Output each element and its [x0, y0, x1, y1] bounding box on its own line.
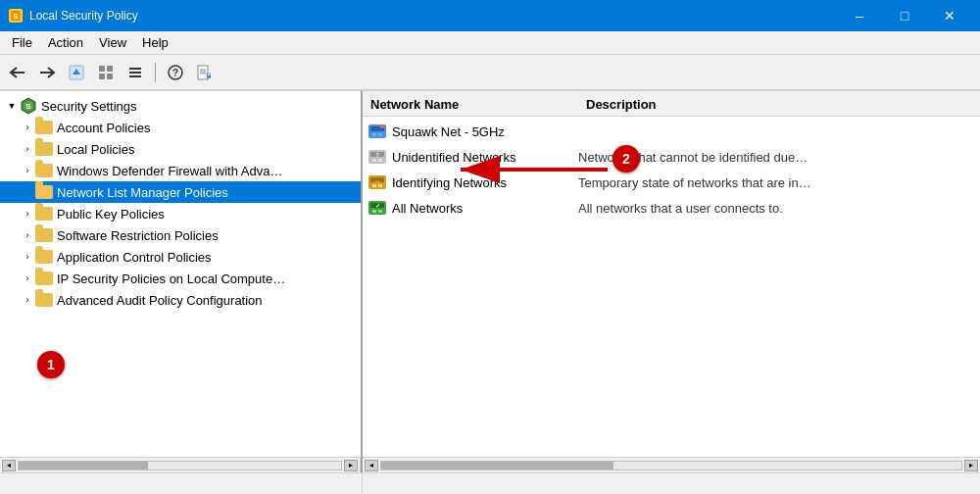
svg-text:✓: ✓ [375, 203, 380, 209]
right-scrollbar[interactable]: ◂ ▸ [363, 457, 980, 472]
all-networks-name: All Networks [392, 201, 578, 216]
list-item-all-networks[interactable]: ✓ All Networks All networks that a user … [363, 195, 980, 221]
main-content: ▼ S Security Settings › [0, 90, 980, 472]
scroll-right-btn[interactable]: ▸ [344, 460, 358, 471]
all-networks-icon: ✓ [367, 197, 388, 219]
help-button[interactable]: ? [162, 59, 189, 86]
annotation-circle-1: 1 [37, 351, 65, 378]
svg-point-27 [380, 124, 384, 128]
list-item-identifying[interactable]: … Identifying Networks Temporary state o… [363, 170, 980, 195]
left-scrollbar[interactable]: ◂ ▸ [0, 457, 361, 472]
scroll-left-btn[interactable]: ◂ [2, 460, 16, 471]
svg-rect-41 [378, 210, 382, 213]
menu-action[interactable]: Action [40, 31, 91, 54]
tree-view: ▼ S Security Settings › [0, 91, 361, 457]
tree-item-advanced-audit[interactable]: › Advanced Audit Policy Configuration [0, 289, 361, 311]
left-scroll-thumb [19, 462, 148, 469]
svg-text:?: ? [172, 68, 178, 78]
advanced-audit-chevron: › [20, 292, 35, 308]
col-header-name: Network Name [363, 95, 578, 114]
tree-item-public-key-label: Public Key Policies [57, 207, 357, 222]
status-bar [0, 472, 980, 494]
account-policies-icon [35, 119, 53, 136]
tree-item-account-policies-label: Account Policies [57, 121, 357, 135]
tree-item-local-policies-label: Local Policies [57, 142, 357, 157]
tree-item-root-label: Security Settings [41, 99, 357, 114]
tree-item-advanced-audit-label: Advanced Audit Policy Configuration [57, 293, 357, 308]
network-list-icon [35, 183, 53, 201]
tree-item-firewall[interactable]: › Windows Defender Firewall with Adva… [0, 160, 361, 181]
tree-item-app-control[interactable]: › Application Control Policies [0, 246, 361, 268]
svg-text:S: S [13, 12, 19, 21]
right-scroll-track-container: ◂ ▸ [363, 458, 980, 472]
minimize-button[interactable]: – [837, 0, 882, 31]
svg-rect-7 [107, 66, 113, 72]
toolbar: ? [0, 55, 980, 90]
network-list-chevron [20, 184, 35, 200]
squawk-icon [367, 121, 388, 142]
local-policies-chevron: › [20, 141, 35, 157]
right-scroll-thumb [381, 462, 613, 469]
tree-item-network-list[interactable]: Network List Manager Policies [0, 181, 361, 203]
export-button[interactable] [191, 59, 219, 86]
all-networks-desc: All networks that a user connects to. [578, 201, 980, 216]
root-chevron: ▼ [4, 98, 20, 114]
toolbar-separator [155, 63, 156, 82]
column-headers: Network Name Description [363, 91, 980, 117]
forward-button[interactable] [33, 59, 61, 86]
app-control-icon [35, 248, 53, 266]
svg-rect-15 [198, 66, 208, 79]
list-item-squawk[interactable]: Squawk Net - 5GHz [363, 119, 980, 144]
right-scroll-left-btn[interactable]: ◂ [365, 460, 378, 471]
tree-item-local-policies[interactable]: › Local Policies [0, 138, 361, 160]
unidentified-icon: ? [367, 146, 388, 168]
list-item-unidentified[interactable]: ? Unidentified Networks Networks that ca… [363, 144, 980, 170]
svg-rect-40 [372, 210, 376, 213]
svg-rect-26 [378, 133, 382, 136]
back-button[interactable] [4, 59, 31, 86]
tree-item-ip-security[interactable]: › IP Security Policies on Local Compute… [0, 268, 361, 289]
local-policies-icon [35, 140, 53, 158]
svg-text:?: ? [375, 152, 379, 158]
right-scroll-right-btn[interactable]: ▸ [964, 460, 978, 471]
tree-item-network-list-label: Network List Manager Policies [57, 185, 357, 200]
tree-item-account-policies[interactable]: › Account Policies [0, 117, 361, 138]
grid-button[interactable] [92, 59, 120, 86]
identifying-name: Identifying Networks [392, 175, 578, 190]
account-policies-chevron: › [20, 120, 35, 135]
menu-file[interactable]: File [4, 31, 40, 54]
maximize-button[interactable]: □ [882, 0, 927, 31]
svg-rect-6 [99, 66, 105, 72]
left-scroll-track[interactable] [18, 461, 342, 470]
svg-rect-35 [372, 184, 376, 187]
tree-item-app-control-label: Application Control Policies [57, 250, 357, 265]
menu-view[interactable]: View [91, 31, 134, 54]
identifying-desc: Temporary state of networks that are in… [578, 175, 980, 190]
tree-item-public-key[interactable]: › Public Key Policies [0, 203, 361, 224]
tree-item-software-restriction-label: Software Restriction Policies [57, 228, 357, 243]
svg-rect-9 [107, 74, 113, 79]
tree-item-root[interactable]: ▼ S Security Settings [0, 95, 361, 117]
svg-rect-30 [372, 159, 376, 162]
right-scroll-track[interactable] [380, 461, 962, 470]
software-restriction-icon [35, 226, 53, 244]
identifying-icon: … [367, 172, 388, 193]
tree-item-firewall-label: Windows Defender Firewall with Adva… [57, 164, 357, 178]
svg-rect-25 [372, 133, 376, 136]
public-key-chevron: › [20, 206, 35, 222]
firewall-chevron: › [20, 163, 35, 178]
left-pane: ▼ S Security Settings › [0, 91, 363, 472]
up-button[interactable] [63, 59, 90, 86]
tree-item-ip-security-label: IP Security Policies on Local Compute… [57, 272, 357, 286]
squawk-name: Squawk Net - 5GHz [392, 124, 578, 139]
svg-rect-36 [378, 184, 382, 187]
svg-text:S: S [25, 102, 31, 111]
tree-item-software-restriction[interactable]: › Software Restriction Policies [0, 224, 361, 246]
left-scroll-track-container: ◂ ▸ [0, 458, 361, 472]
list-button[interactable] [122, 59, 149, 86]
menu-help[interactable]: Help [134, 31, 176, 54]
close-button[interactable]: ✕ [927, 0, 972, 31]
public-key-icon [35, 205, 53, 222]
firewall-icon [35, 162, 53, 179]
title-bar: S Local Security Policy – □ ✕ [0, 0, 980, 31]
